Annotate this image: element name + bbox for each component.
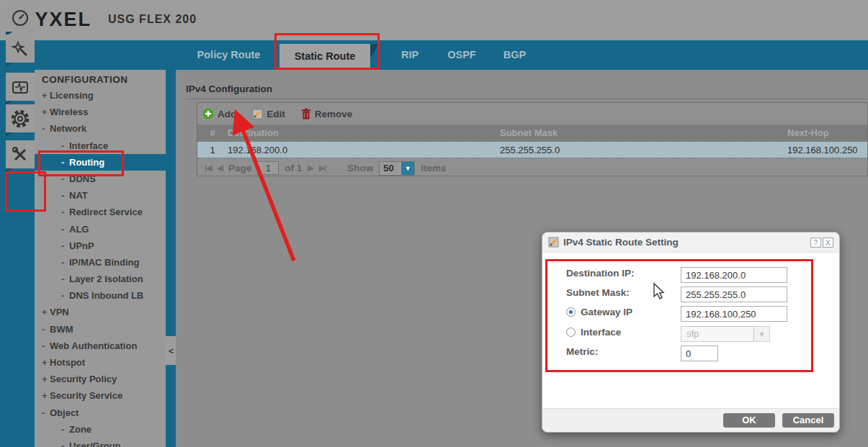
interface-select-value: sfp (681, 326, 754, 342)
sidebar-item-label: Security Service (50, 390, 122, 401)
sidebar-item-object[interactable]: -Object (35, 405, 166, 421)
sidebar-item-label: Redirect Service (69, 207, 143, 217)
sidebar-item-upnp[interactable]: -UPnP (35, 238, 166, 254)
dialog-titlebar: IPv4 Static Route Setting (542, 232, 839, 253)
device-model-title: USG FLEX 200 (108, 13, 197, 26)
gateway-ip-radio[interactable] (566, 307, 576, 317)
tree-expand-glyph: - (61, 137, 69, 154)
interface-label: Interface (581, 327, 621, 338)
table-toolbar: Add Edit (197, 103, 867, 125)
ipv4-static-route-dialog: IPv4 Static Route Setting ? X Destinatio… (542, 232, 840, 433)
monitor-waveform-icon (11, 78, 30, 96)
last-page-icon[interactable]: ▶| (319, 163, 326, 173)
section-divider (186, 99, 868, 99)
add-button[interactable]: Add (202, 108, 236, 119)
tree-expand-glyph: - (42, 120, 50, 137)
page-number-input[interactable] (257, 161, 279, 175)
first-page-icon[interactable]: |◀ (205, 163, 212, 173)
row-destination: 192.168.200.0 (228, 145, 500, 155)
sidebar-item-ddns[interactable]: -DDNS (35, 171, 166, 187)
configuration-menu-panel: CONFIGURATION +Licensing+Wireless-Networ… (35, 70, 166, 447)
col-header-next-hop[interactable]: Next-Hop (787, 127, 867, 138)
sidebar-item-routing[interactable]: -Routing (35, 154, 176, 171)
sidebar-item-wireless[interactable]: +Wireless (35, 104, 166, 120)
sidebar-icon-monitor[interactable] (6, 73, 35, 101)
sidebar-item-zone[interactable]: -Zone (35, 421, 166, 438)
col-header-subnet-mask[interactable]: Subnet Mask (500, 127, 787, 138)
destination-ip-input[interactable] (681, 267, 787, 283)
sidebar-item-layer-2-isolation[interactable]: -Layer 2 Isolation (35, 271, 166, 287)
tab-static-route[interactable]: Static Route (279, 44, 370, 70)
prev-page-icon[interactable]: ◀ (218, 163, 223, 173)
sidebar-icon-configuration[interactable] (6, 104, 35, 132)
sidebar-item-label: Routing (69, 157, 104, 168)
col-header-destination[interactable]: Destination (228, 127, 500, 138)
dialog-close-button[interactable]: X (823, 238, 833, 248)
gateway-ip-input[interactable] (681, 306, 787, 322)
page-size-select[interactable]: 50 ▼ (379, 161, 415, 176)
sidebar-item-bwm[interactable]: -BWM (35, 321, 166, 338)
sidebar-item-redirect-service[interactable]: -Redirect Service (35, 204, 166, 220)
edit-button-label: Edit (267, 109, 285, 119)
tree-expand-glyph: + (42, 304, 50, 320)
sidebar-item-ip-mac-binding[interactable]: -IP/MAC Binding (35, 254, 166, 271)
remove-button[interactable]: Remove (301, 108, 353, 119)
sidebar-item-dns-inbound-lb[interactable]: -DNS Inbound LB (35, 287, 166, 304)
tree-expand-glyph: - (42, 405, 50, 421)
interface-select[interactable]: sfp ▼ (681, 326, 770, 342)
sidebar-icon-dashboard[interactable] (6, 4, 35, 32)
dialog-help-button[interactable]: ? (810, 238, 821, 248)
tree-expand-glyph: - (61, 271, 69, 287)
tree-expand-glyph: - (61, 171, 69, 187)
setup-wizard-wand-icon (11, 40, 30, 58)
remove-trash-icon (301, 108, 311, 119)
page-label: Page (228, 163, 251, 173)
interface-radio[interactable] (566, 328, 576, 337)
tree-expand-glyph: + (42, 354, 50, 371)
sidebar-item-label: DDNS (69, 173, 96, 184)
tab-bgp[interactable]: BGP (498, 40, 531, 70)
add-button-label: Add (218, 109, 236, 119)
tree-expand-glyph: - (61, 438, 69, 447)
sidebar-item-label: DNS Inbound LB (69, 290, 143, 301)
sidebar-item-interface[interactable]: -Interface (35, 137, 166, 154)
subnet-mask-input[interactable] (681, 286, 787, 302)
edit-button[interactable]: Edit (252, 109, 285, 119)
sidebar-item-label: VPN (50, 307, 69, 317)
sidebar-item-label: User/Group (69, 441, 121, 447)
sidebar-item-hotspot[interactable]: +Hotspot (35, 354, 166, 371)
tree-expand-glyph: - (61, 187, 69, 204)
sidebar-item-security-policy[interactable]: +Security Policy (35, 371, 166, 387)
routing-tabbar: Policy Route Static Route RIP OSPF BGP (0, 40, 868, 70)
show-label: Show (347, 163, 373, 173)
app-window: ZYXEL USG FLEX 200 Policy Route Static R… (0, 0, 868, 447)
table-header-row: # Destination Subnet Mask Next-Hop (197, 125, 867, 141)
tree-expand-glyph: - (42, 321, 50, 338)
ok-button[interactable]: OK (723, 413, 775, 428)
cancel-button[interactable]: Cancel (782, 413, 834, 428)
sidebar-item-label: Network (50, 123, 86, 134)
sidebar-item-licensing[interactable]: +Licensing (35, 87, 166, 104)
metric-input[interactable] (681, 346, 718, 361)
tab-ospf[interactable]: OSPF (444, 40, 480, 70)
tab-rip[interactable]: RIP (395, 40, 425, 70)
sidebar-item-network[interactable]: -Network (35, 120, 166, 137)
table-row[interactable]: 1 192.168.200.0 255.255.255.0 192.168.10… (197, 141, 867, 158)
sidebar-item-nat[interactable]: -NAT (35, 187, 166, 204)
sidebar-item-user-group[interactable]: -User/Group (35, 438, 166, 447)
sidebar-icon-setup-wizard[interactable] (6, 35, 35, 63)
next-page-icon[interactable]: ▶ (308, 163, 313, 173)
tab-policy-route[interactable]: Policy Route (194, 40, 263, 70)
sidebar-item-label: Interface (69, 140, 108, 151)
sidebar-item-alg[interactable]: -ALG (35, 221, 166, 238)
dashboard-gauge-icon (11, 9, 30, 27)
sidebar-item-web-authentication[interactable]: -Web Authentication (35, 338, 166, 354)
sidebar-item-security-service[interactable]: +Security Service (35, 387, 166, 404)
col-header-number[interactable]: # (197, 127, 228, 138)
tree-expand-glyph: - (61, 238, 69, 254)
tree-expand-glyph: + (42, 371, 50, 387)
sidebar-icon-maintenance[interactable] (6, 140, 35, 168)
sidebar-item-label: ALG (69, 224, 89, 235)
tab-static-route-label: Static Route (295, 50, 356, 62)
sidebar-item-vpn[interactable]: +VPN (35, 304, 166, 320)
